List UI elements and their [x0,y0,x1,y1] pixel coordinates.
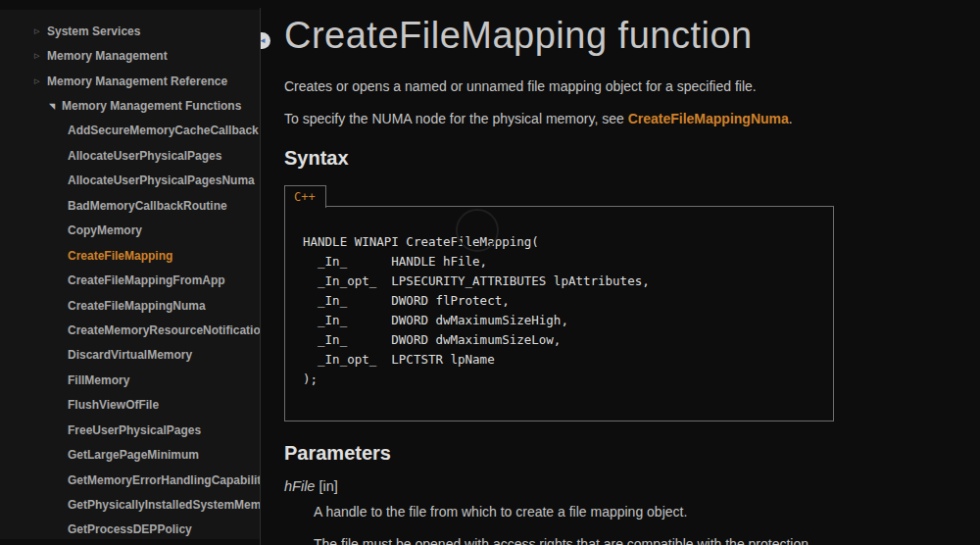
chevron-collapsed-icon[interactable]: ▷ [34,77,47,85]
sidebar-item-allocateuserphysicalpages[interactable]: AllocateUserPhysicalPages [0,143,260,168]
docs-page: ▷ System Services ▷ Memory Management ▷ … [0,0,980,545]
intro-paragraph: Creates or opens a named or unnamed file… [284,77,980,95]
sidebar-item-freeuserphysicalpages[interactable]: FreeUserPhysicalPages [0,418,260,442]
createfilemappingnuma-link[interactable]: CreateFileMappingNuma [628,111,789,126]
content-pane: CreateFileMapping function Creates or op… [261,0,980,545]
sidebar-item-memory-management-reference[interactable]: ▷ Memory Management Reference [0,69,260,93]
sidebar-item-memory-management-functions[interactable]: ◥ Memory Management Functions [0,93,260,118]
sidebar-item-createfilemappingnuma[interactable]: CreateFileMappingNuma [0,293,260,318]
sidebar-item-creatememoryresourcenotification[interactable]: CreateMemoryResourceNotification [0,318,260,342]
sidebar-item-getprocessdeppolicy[interactable]: GetProcessDEPPolicy [0,518,260,539]
sidebar-item-system-services[interactable]: ▷ System Services [0,19,260,43]
sidebar-item-badmemorycallbackroutine[interactable]: BadMemoryCallbackRoutine [0,193,260,218]
sidebar-item-label: Memory Management Functions [62,99,241,113]
sidebar-item-addsecurememorycachecallback[interactable]: AddSecureMemoryCacheCallback [0,119,260,143]
chevron-expanded-icon[interactable]: ◥ [49,102,62,111]
syntax-code: HANDLE WINAPI CreateFileMapping( _In_ HA… [285,207,833,389]
toc-sidebar: ▷ System Services ▷ Memory Management ▷ … [0,10,260,539]
cpp-language-tab[interactable]: C++ [284,185,326,208]
sidebar-item-label: System Services [47,25,140,38]
chevron-collapsed-icon[interactable]: ▷ [34,52,47,60]
sidebar-item-getmemoryerrorhandlingcapability[interactable]: GetMemoryErrorHandlingCapability [0,468,260,492]
parameters-heading: Parameters [284,440,980,466]
numa-text-before: To specify the NUMA node for the physica… [284,111,628,126]
sidebar-item-copymemory[interactable]: CopyMemory [0,219,260,243]
sidebar-item-fillmemory[interactable]: FillMemory [0,368,260,392]
param-description-1: A handle to the file from which to creat… [314,503,980,520]
page-title: CreateFileMapping function [284,14,980,57]
param-name: hFile [284,478,315,494]
param-description-2: The file must be opened with access righ… [314,535,980,545]
param-direction: [in] [318,478,337,494]
sidebar-item-createfilemappingfromapp[interactable]: CreateFileMappingFromApp [0,268,260,292]
chevron-collapsed-icon[interactable]: ▷ [34,27,47,35]
sidebar-item-label: Memory Management Reference [47,74,227,88]
sidebar-item-createfilemapping-selected[interactable]: CreateFileMapping [0,243,260,268]
syntax-code-block: C++ HANDLE WINAPI CreateFileMapping( _In… [284,206,834,421]
sidebar-item-getlargepageminimum[interactable]: GetLargePageMinimum [0,442,260,467]
sidebar-item-memory-management[interactable]: ▷ Memory Management [0,43,260,68]
param-hfile-line: hFile [in] [284,478,980,494]
sidebar-item-flushviewoffile[interactable]: FlushViewOfFile [0,393,260,418]
sidebar-item-label: Memory Management [47,49,168,63]
sidebar-item-discardvirtualmemory[interactable]: DiscardVirtualMemory [0,343,260,368]
sidebar-item-getphysicallyinstalledsystemmemory[interactable]: GetPhysicallyInstalledSystemMemory [0,492,260,517]
syntax-heading: Syntax [284,145,980,171]
numa-paragraph: To specify the NUMA node for the physica… [284,110,980,127]
numa-text-after: . [789,111,793,126]
sidebar-item-allocateuserphysicalpagesnuma[interactable]: AllocateUserPhysicalPagesNuma [0,169,260,193]
